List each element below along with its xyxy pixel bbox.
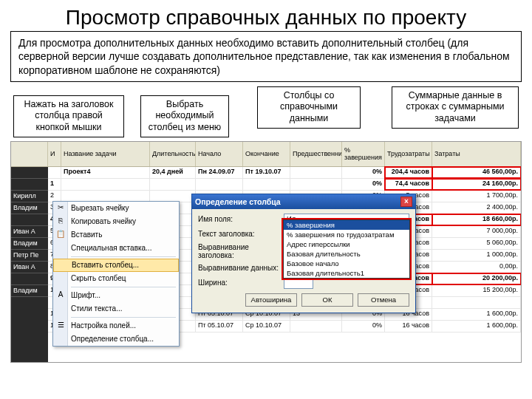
context-menu[interactable]: ✂Вырезать ячейку⎘Копировать ячейку📋Встав… <box>52 201 180 347</box>
left-row: Владим <box>11 238 48 250</box>
menu-item[interactable]: ✂Вырезать ячейку <box>53 202 179 215</box>
cell[interactable]: 1 000,00р. <box>432 250 521 261</box>
menu-item-icon: ☰ <box>55 321 66 331</box>
cell[interactable]: Проект4 <box>61 167 150 178</box>
menu-item[interactable]: Определение столбца... <box>53 332 179 346</box>
dropdown-item[interactable]: Базовая длительность1 <box>284 268 409 278</box>
dropdown-item[interactable]: Базовое начало <box>284 259 409 268</box>
left-row: Иван А <box>11 262 48 273</box>
col-cost[interactable]: Затраты <box>432 142 521 166</box>
callout-rightclick: Нажать на заголовок столбца правой кнопк… <box>13 95 124 137</box>
col-work[interactable]: Трудозатраты <box>385 142 432 166</box>
cell[interactable]: Пт 05.10.07 <box>196 321 243 332</box>
cell[interactable] <box>290 167 342 178</box>
field-dropdown[interactable]: % завершения% завершения по трудозатрата… <box>283 219 410 279</box>
cell[interactable]: 15 200,00р. <box>432 285 521 296</box>
cell[interactable] <box>150 191 196 202</box>
cell[interactable]: 0% <box>342 321 385 332</box>
cell[interactable] <box>61 179 150 190</box>
menu-separator <box>71 287 176 287</box>
cell[interactable]: 2 <box>48 191 61 202</box>
col-start[interactable]: Начало <box>196 142 243 166</box>
dropdown-item[interactable]: % завершения <box>284 220 409 230</box>
table-row[interactable]: 10%74,4 часов24 160,00р. <box>48 179 521 191</box>
menu-item[interactable]: 📋Вставить <box>53 228 179 242</box>
cell[interactable]: 204,4 часов <box>385 167 432 178</box>
col-pct[interactable]: % завершения <box>342 142 385 166</box>
left-row: Петр Пе <box>11 250 48 262</box>
menu-item-label: Вырезать ячейку <box>71 204 129 212</box>
menu-item-label: Шрифт... <box>71 291 100 299</box>
cell[interactable]: 18 660,00р. <box>432 214 521 225</box>
auto-width-button[interactable]: Автоширина <box>245 293 297 307</box>
cell[interactable] <box>196 179 243 190</box>
cell[interactable]: 1 700,00р. <box>432 191 521 202</box>
cell[interactable] <box>150 179 196 190</box>
cell[interactable]: 7 000,00р. <box>432 226 521 237</box>
input-width[interactable] <box>284 277 313 289</box>
slide-title: Просмотр справочных данных по проекту <box>0 0 532 30</box>
menu-item[interactable]: Вставить столбец... <box>53 259 179 272</box>
left-row: Кирилл <box>11 191 48 202</box>
cell[interactable]: 24 160,00р. <box>432 179 521 190</box>
dropdown-item[interactable]: Адрес гиперссылки <box>284 239 409 249</box>
left-row: Иван А <box>11 226 48 238</box>
cell[interactable] <box>243 179 290 190</box>
menu-item-icon: A <box>55 290 66 301</box>
menu-item-label: Вставить столбец... <box>72 261 139 269</box>
cell[interactable]: 2 400,00р. <box>432 202 521 214</box>
cell[interactable]: 1 600,00р. <box>432 309 521 320</box>
cell[interactable] <box>61 191 150 202</box>
cell[interactable]: Пт 19.10.07 <box>243 167 290 178</box>
cell[interactable]: 1 <box>48 179 61 190</box>
callout-summary-rows: Суммарные данные в строках с суммарными … <box>392 86 519 129</box>
menu-item[interactable]: Стили текста... <box>53 302 179 316</box>
cell[interactable] <box>290 321 342 332</box>
col-end[interactable]: Окончание <box>243 142 290 166</box>
dialog-buttons: Автоширина ОК Отмена <box>198 293 409 307</box>
menu-item-label: Копировать ячейку <box>71 217 136 225</box>
menu-item[interactable]: ⎘Копировать ячейку <box>53 215 179 228</box>
cell[interactable] <box>290 179 342 190</box>
label-field-name: Имя поля: <box>198 215 284 223</box>
cell[interactable]: 0% <box>342 167 385 178</box>
menu-item[interactable]: ☰Настройка полей... <box>53 319 179 332</box>
callout-reference-columns: Столбцы со справочными данными <box>257 86 361 129</box>
dialog-title-text: Определение столбца <box>195 197 281 206</box>
ok-button[interactable]: ОК <box>301 293 353 307</box>
close-icon[interactable]: × <box>400 197 412 207</box>
left-row: Владим <box>11 285 48 297</box>
cell[interactable]: 1 600,00р. <box>432 321 521 332</box>
cell[interactable] <box>48 167 61 178</box>
cell[interactable]: 20 200,00р. <box>432 273 521 284</box>
cell[interactable]: 20,4 дней <box>150 167 196 178</box>
callouts: Нажать на заголовок столбца правой кнопк… <box>0 86 532 141</box>
cell[interactable] <box>432 297 521 308</box>
menu-item[interactable]: AШрифт... <box>53 289 179 302</box>
cell[interactable]: 5 060,00р. <box>432 238 521 249</box>
col-pred[interactable]: Предшественники <box>290 142 342 166</box>
menu-item-label: Определение столбца... <box>71 335 154 343</box>
dialog-titlebar[interactable]: Определение столбца × <box>192 194 415 209</box>
col-indicator[interactable]: И <box>48 142 61 166</box>
table-row[interactable]: Проект420,4 днейПн 24.09.07Пт 19.10.070%… <box>48 167 521 179</box>
menu-item-label: Настройка полей... <box>71 321 136 330</box>
menu-item[interactable]: Специальная вставка... <box>53 242 179 255</box>
col-task-name[interactable]: Название задачи <box>61 142 150 166</box>
dropdown-item[interactable]: % завершения по трудозатратам <box>284 230 409 239</box>
col-duration[interactable]: Длительность <box>150 142 196 166</box>
cell[interactable]: 0,00р. <box>432 262 521 273</box>
cell[interactable]: 16 часов <box>385 321 432 332</box>
menu-item[interactable]: Скрыть столбец <box>53 272 179 285</box>
column-headers[interactable]: И Название задачи Длительность Начало Ок… <box>11 142 521 167</box>
left-row: Владим <box>11 202 48 214</box>
cancel-button[interactable]: Отмена <box>358 293 409 307</box>
cell[interactable]: 46 560,00р. <box>432 167 521 178</box>
cell[interactable]: Ср 10.10.07 <box>243 321 290 332</box>
cell[interactable]: 74,4 часов <box>385 179 432 190</box>
left-row <box>11 179 48 191</box>
col-rowheader[interactable] <box>11 142 48 166</box>
dropdown-item[interactable]: Базовая длительность <box>284 249 409 259</box>
cell[interactable]: Пн 24.09.07 <box>196 167 243 178</box>
cell[interactable]: 0% <box>342 179 385 190</box>
